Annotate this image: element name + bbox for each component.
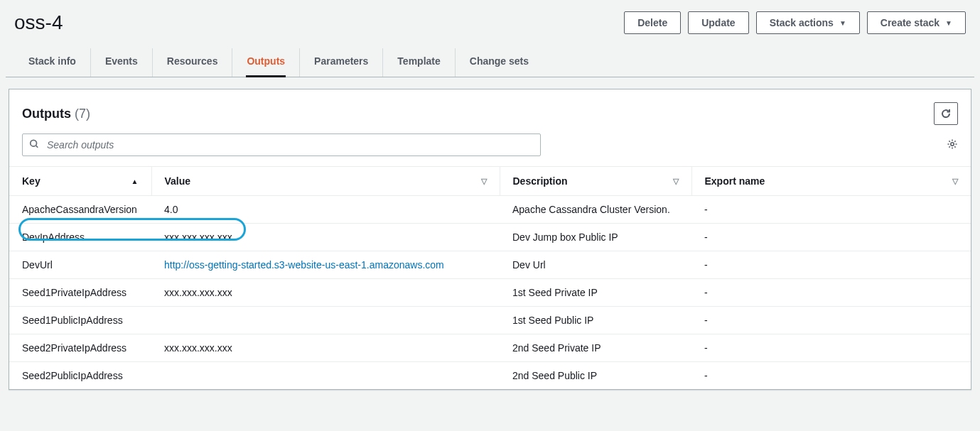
refresh-icon [940, 108, 952, 119]
cell-export-name: - [691, 362, 971, 390]
cell-value [151, 307, 500, 334]
panel-title: Outputs (7) [22, 107, 90, 121]
cell-export-name: - [691, 251, 971, 279]
tab-change-sets[interactable]: Change sets [456, 48, 543, 77]
cell-export-name: - [691, 307, 971, 334]
tabs: Stack info Events Resources Outputs Para… [6, 48, 974, 77]
table-row: Seed1PublicIpAddress1st Seed Public IP- [9, 307, 971, 334]
filter-icon: ▽ [952, 177, 958, 186]
cell-description: Apache Cassandra Cluster Version. [500, 196, 691, 224]
stack-actions-label: Stack actions [770, 17, 834, 28]
cell-description: 2nd Seed Public IP [500, 362, 691, 390]
update-button-label: Update [701, 17, 735, 28]
col-header-key[interactable]: Key ▲ [9, 167, 151, 196]
cell-key: Seed1PublicIpAddress [9, 307, 151, 334]
cell-key: Seed1PrivateIpAddress [9, 279, 151, 307]
cell-description: Dev Url [500, 251, 691, 279]
tab-template[interactable]: Template [383, 48, 455, 77]
search-icon [29, 139, 39, 151]
chevron-down-icon: ▼ [839, 19, 846, 27]
gear-icon [947, 138, 958, 150]
col-header-export-name[interactable]: Export name ▽ [691, 167, 971, 196]
search-input[interactable] [22, 133, 541, 156]
table-row: Seed1PrivateIpAddressxxx.xxx.xxx.xxx1st … [9, 279, 971, 307]
cell-key: Seed2PublicIpAddress [9, 362, 151, 390]
tab-outputs[interactable]: Outputs [232, 48, 300, 77]
cell-export-name: - [691, 334, 971, 362]
table-row: ApacheCassandraVersion4.0Apache Cassandr… [9, 196, 971, 224]
panel-count: (7) [75, 107, 90, 121]
settings-button[interactable] [947, 138, 958, 152]
outputs-table: Key ▲ Value ▽ Description ▽ [9, 166, 971, 389]
table-row: DevIpAddressxxx.xxx.xxx.xxxDev Jump box … [9, 224, 971, 251]
tab-stack-info[interactable]: Stack info [14, 48, 91, 77]
cell-key: DevIpAddress [9, 224, 151, 251]
create-stack-label: Create stack [881, 17, 939, 28]
cell-key: ApacheCassandraVersion [9, 196, 151, 224]
value-link[interactable]: http://oss-getting-started.s3-website-us… [164, 259, 444, 271]
cell-value: 4.0 [151, 196, 500, 224]
cell-description: Dev Jump box Public IP [500, 224, 691, 251]
tab-parameters[interactable]: Parameters [300, 48, 383, 77]
filter-icon: ▽ [481, 177, 487, 186]
cell-value: xxx.xxx.xxx.xxx [151, 279, 500, 307]
tab-events[interactable]: Events [91, 48, 153, 77]
cell-export-name: - [691, 196, 971, 224]
search-wrap [22, 133, 541, 156]
cell-value: xxx.xxx.xxx.xxx [151, 334, 500, 362]
cell-description: 1st Seed Private IP [500, 279, 691, 307]
col-header-description[interactable]: Description ▽ [500, 167, 691, 196]
cell-value: http://oss-getting-started.s3-website-us… [151, 251, 500, 279]
filter-icon: ▽ [673, 177, 679, 186]
table-row: DevUrlhttp://oss-getting-started.s3-webs… [9, 251, 971, 279]
cell-key: DevUrl [9, 251, 151, 279]
update-button[interactable]: Update [688, 11, 748, 34]
delete-button[interactable]: Delete [624, 11, 681, 34]
col-key-label: Key [22, 175, 41, 187]
panel-title-text: Outputs [22, 107, 71, 121]
table-row: Seed2PrivateIpAddressxxx.xxx.xxx.xxx2nd … [9, 334, 971, 362]
col-header-value[interactable]: Value ▽ [151, 167, 500, 196]
cell-description: 1st Seed Public IP [500, 307, 691, 334]
cell-value [151, 362, 500, 390]
stack-actions-button[interactable]: Stack actions ▼ [756, 11, 860, 34]
chevron-down-icon: ▼ [945, 19, 952, 27]
cell-key: Seed2PrivateIpAddress [9, 334, 151, 362]
col-description-label: Description [513, 175, 568, 187]
tab-resources[interactable]: Resources [153, 48, 233, 77]
svg-point-1 [951, 142, 954, 145]
col-value-label: Value [165, 175, 191, 187]
cell-export-name: - [691, 224, 971, 251]
col-export-name-label: Export name [705, 175, 765, 187]
cell-value: xxx.xxx.xxx.xxx [151, 224, 500, 251]
sort-asc-icon: ▲ [131, 178, 139, 185]
cell-export-name: - [691, 279, 971, 307]
create-stack-button[interactable]: Create stack ▼ [867, 11, 966, 34]
header-actions: Delete Update Stack actions ▼ Create sta… [624, 11, 966, 34]
delete-button-label: Delete [637, 17, 667, 28]
outputs-panel: Outputs (7) [9, 89, 971, 390]
refresh-button[interactable] [934, 102, 958, 125]
cell-description: 2nd Seed Private IP [500, 334, 691, 362]
page-title: oss-4 [14, 11, 63, 34]
table-row: Seed2PublicIpAddress2nd Seed Public IP- [9, 362, 971, 390]
svg-point-0 [31, 140, 37, 146]
